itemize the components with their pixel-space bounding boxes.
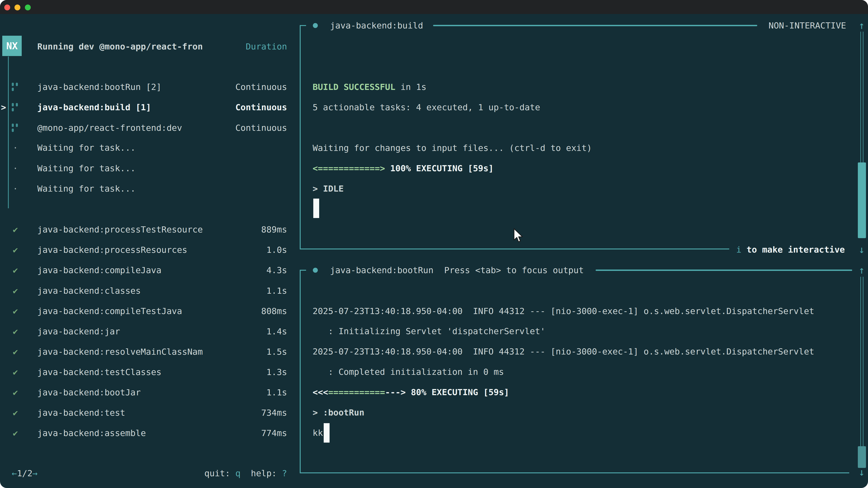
task-duration: 1.1s [266,281,287,301]
build-idle-line: > IDLE [313,178,344,199]
task-row[interactable]: ✔ java-backend:resolveMainClassNam 1.5s [0,341,301,362]
bootrun-focus-hint: Press <tab> to focus output [444,260,584,281]
bootrun-progress-prefix: <<< [313,387,328,397]
task-duration: 1.1s [266,382,287,402]
task-row[interactable]: ✔ java-backend:processTestResource 889ms [0,219,301,240]
titlebar [0,0,868,14]
bootrun-log-line: 2025-07-23T13:40:18.950-04:00 INFO 44312… [313,341,814,362]
task-row[interactable]: ✔ java-backend:compileTestJava 808ms [0,301,301,321]
build-terminal-cursor [313,199,319,218]
task-name: java-backend:build [1] [37,97,151,118]
task-name: java-backend:processResources [37,240,187,260]
task-duration: 1.3s [266,362,287,382]
task-row-selected[interactable]: > java-backend:build [1] Continuous [0,97,301,118]
scroll-down-icon[interactable]: ↓ [855,462,868,482]
close-window-button[interactable] [4,4,10,10]
help-label: help: [241,468,282,478]
build-successful-text: BUILD SUCCESSFUL [313,82,395,92]
scroll-down-icon[interactable]: ↓ [855,239,868,260]
bootrun-progress-label: 80% EXECUTING [59s] [406,387,509,397]
task-row[interactable]: ✔ java-backend:assemble 774ms [0,423,301,443]
check-icon: ✔ [9,240,22,260]
check-icon: ✔ [9,260,22,281]
check-icon: ✔ [9,341,22,362]
build-pane-left-border [300,25,301,249]
task-row[interactable]: · Waiting for task... [0,158,301,178]
task-name: java-backend:resolveMainClassNam [37,341,203,362]
bootrun-scrollbar-track[interactable] [860,277,864,446]
zoom-window-button[interactable] [25,4,31,10]
selection-arrow-icon: > [1,97,10,118]
task-row[interactable]: ✔ java-backend:jar 1.4s [0,321,301,341]
build-interactive-hint: i to make interactive [736,239,845,260]
task-row[interactable]: ✔ java-backend:test 734ms [0,402,301,423]
task-row[interactable]: ✔ java-backend:classes 1.1s [0,281,301,301]
build-scrollbar-track[interactable] [860,32,864,163]
minimize-window-button[interactable] [14,4,20,10]
build-pane-corner [300,25,306,26]
bootrun-pane-title: java-backend:bootRun [330,260,434,281]
task-row[interactable]: ✔ java-backend:testClasses 1.3s [0,362,301,382]
task-duration: 1.4s [266,321,287,341]
duration-column-header: Duration [246,36,287,57]
build-success-duration: in 1s [395,82,426,92]
build-progress-bar: <============> [313,163,385,173]
build-progress-label: 100% EXECUTING [59s] [385,163,493,173]
task-row[interactable]: @mono-app/react-frontend:dev Continuous [0,118,301,138]
quit-label: quit: [204,468,235,478]
task-name: Waiting for task... [37,178,135,199]
bootrun-pane-header-line [596,269,852,271]
bootrun-pane-corner [300,270,306,271]
bootrun-log-line: 2025-07-23T13:40:18.950-04:00 INFO 44312… [313,301,814,321]
page-prev-arrow[interactable]: ← [12,468,17,478]
task-duration: 734ms [261,402,287,423]
task-status: Continuous [235,118,287,138]
task-status: Continuous [235,77,287,97]
task-row[interactable]: ✔ java-backend:bootJar 1.1s [0,382,301,402]
task-duration: 774ms [261,423,287,443]
check-icon: ✔ [9,321,22,341]
pager: ←1/2→ [12,463,37,484]
task-name: @mono-app/react-frontend:dev [37,118,182,138]
task-row[interactable]: ✔ java-backend:processResources 1.0s [0,240,301,260]
bootrun-pane-bullet-icon [313,268,318,273]
build-waiting-line: Waiting for changes to input files... (c… [313,138,592,158]
check-icon: ✔ [9,219,22,240]
sidebar-footer: ←1/2→ quit: q help: ? [0,463,301,484]
spinner-icon [12,124,20,133]
page-indicator: 1/2 [17,468,33,478]
task-row[interactable]: · Waiting for task... [0,138,301,158]
bootrun-log-line: : Initializing Servlet 'dispatcherServle… [313,321,546,341]
check-icon: ✔ [9,423,22,443]
bootrun-terminal-cursor [324,423,330,443]
task-duration: 1.5s [266,341,287,362]
bootrun-prompt-line: > :bootRun [313,402,364,423]
mouse-cursor-icon [513,228,524,244]
bootrun-pane-left-border [300,270,301,473]
bootrun-progress-line: <<<===========---> 80% EXECUTING [59s] [313,382,509,402]
bootrun-log-line: : Completed initialization in 0 ms [313,362,504,382]
build-scrollbar-thumb[interactable] [858,162,866,238]
sidebar-title: Running dev @mono-app/react-fron [37,36,203,57]
task-status: Continuous [235,97,287,118]
task-name: Waiting for task... [37,138,135,158]
task-name: java-backend:assemble [37,423,146,443]
task-row[interactable]: · Waiting for task... [0,178,301,199]
build-success-line: BUILD SUCCESSFUL in 1s [313,77,426,97]
bootrun-pane-bottom-border [300,473,849,473]
build-pane-header-line [433,25,757,26]
task-row[interactable]: ✔ java-backend:compileJava 4.3s [0,260,301,281]
build-pane-bullet-icon [313,23,318,28]
task-name: java-backend:bootJar [37,382,141,402]
page-next-arrow[interactable]: → [33,468,38,478]
task-name: java-backend:test [37,402,125,423]
spinner-icon [12,103,20,112]
task-name: java-backend:jar [37,321,120,341]
build-pane-badge: NON-INTERACTIVE [769,15,846,36]
task-name: java-backend:compileJava [37,260,161,281]
check-icon: ✔ [9,362,22,382]
check-icon: ✔ [9,301,22,321]
task-row[interactable]: java-backend:bootRun [2] Continuous [0,77,301,97]
bootrun-input-text[interactable]: kk [313,423,323,443]
task-name: Waiting for task... [37,158,135,178]
